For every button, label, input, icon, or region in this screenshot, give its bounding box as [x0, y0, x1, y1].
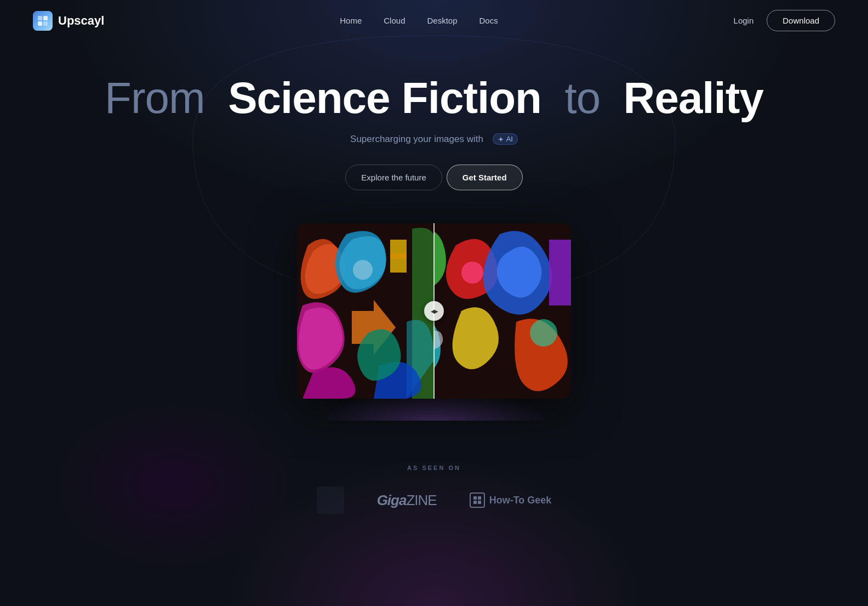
svg-rect-9 — [473, 496, 477, 500]
sparkle-icon — [498, 136, 504, 143]
download-button[interactable]: Download — [767, 10, 835, 31]
ai-badge: AI — [493, 133, 518, 145]
svg-rect-3 — [43, 21, 48, 26]
htg-grid-icon — [473, 496, 482, 505]
htg-logo: How-To Geek — [470, 492, 552, 508]
image-comparison[interactable] — [297, 223, 571, 399]
nav-links: Home Cloud Desktop Docs — [340, 16, 498, 25]
comparison-handle[interactable] — [424, 301, 444, 321]
login-button[interactable]: Login — [734, 16, 754, 25]
svg-point-5 — [461, 262, 483, 284]
nav-docs[interactable]: Docs — [479, 16, 498, 25]
hero-title: From Science Fiction to Reality — [105, 74, 763, 122]
image-before — [297, 223, 434, 399]
nav-cloud[interactable]: Cloud — [384, 16, 405, 25]
brand-name: Upscayl — [58, 14, 104, 28]
hero-title-dim1: From — [105, 73, 205, 122]
svg-rect-2 — [38, 21, 42, 26]
comparison-inner — [297, 223, 571, 399]
htg-icon — [470, 492, 485, 508]
logo-how-to-geek: How-To Geek — [470, 492, 552, 508]
navbar-actions: Login Download — [734, 10, 835, 31]
svg-rect-0 — [38, 16, 42, 20]
svg-rect-1 — [43, 16, 48, 20]
navbar: Upscayl Home Cloud Desktop Docs Login Do… — [0, 0, 868, 41]
nav-home[interactable]: Home — [340, 16, 362, 25]
svg-point-8 — [353, 260, 373, 280]
get-started-button[interactable]: Get Started — [447, 165, 523, 190]
logo-gigazine: GigaZINE — [377, 492, 437, 509]
hero-section: From Science Fiction to Reality Supercha… — [0, 41, 868, 399]
as-seen-on-section: AS SEEN ON GigaZINE — [0, 465, 868, 536]
svg-point-6 — [530, 319, 557, 347]
partner-logos: GigaZINE How-To Geek — [0, 486, 868, 514]
logo-unknown — [317, 486, 344, 514]
gigazine-text: GigaZINE — [377, 492, 437, 509]
nav-desktop[interactable]: Desktop — [427, 16, 457, 25]
as-seen-label: AS SEEN ON — [0, 465, 868, 471]
hero-buttons: Explore the future Get Started — [345, 165, 522, 190]
svg-rect-10 — [478, 496, 481, 500]
explore-button[interactable]: Explore the future — [345, 165, 442, 190]
hero-title-bright1: Science Fiction — [228, 73, 541, 122]
unknown-logo-icon — [317, 486, 344, 514]
subtitle-text: Supercharging your images with — [350, 134, 483, 145]
hero-title-bright2: Reality — [624, 73, 763, 122]
hero-title-dim2: to — [564, 73, 600, 122]
brand-logo[interactable]: Upscayl — [33, 11, 104, 31]
hero-subtitle: Supercharging your images with AI — [350, 133, 518, 145]
logo-icon — [33, 11, 53, 31]
svg-rect-11 — [473, 501, 477, 504]
svg-rect-12 — [478, 501, 481, 504]
htg-text: How-To Geek — [489, 495, 552, 506]
